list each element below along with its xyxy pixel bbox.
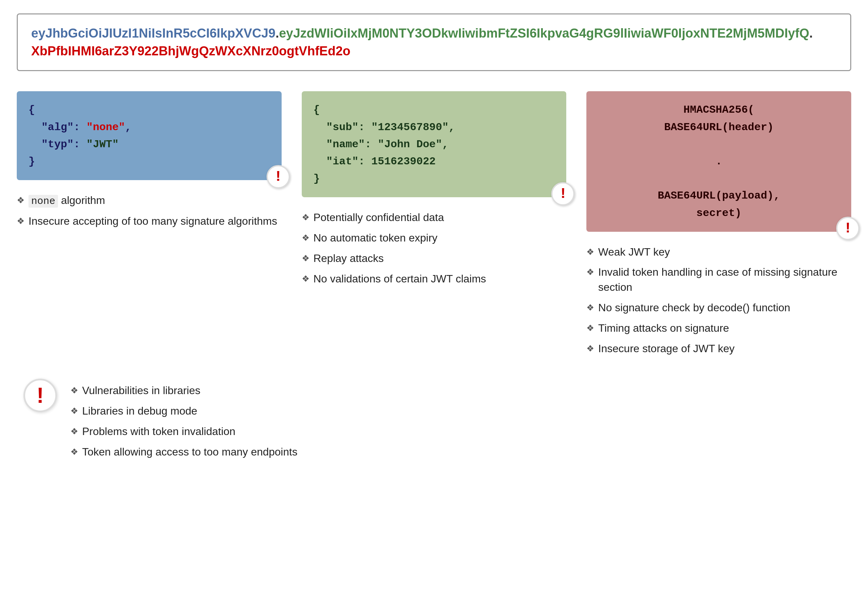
payload-column: { "sub": "1234567890", "name": "John Doe… — [302, 91, 567, 289]
signature-column: HMACSHA256( BASE64URL(header) . BASE64UR… — [586, 91, 851, 358]
header-exclaim-badge: ! — [267, 165, 290, 188]
diamond-icon-11: ❖ — [586, 342, 594, 355]
sig-bullet-1: ❖ Weak JWT key — [586, 242, 851, 262]
sig-line4: BASE64URL(payload), — [658, 189, 780, 202]
header-typ-key: "typ": — [28, 138, 87, 151]
header-typ-value: "JWT" — [87, 138, 119, 151]
payload-line1: { — [313, 104, 320, 116]
diamond-icon-3: ❖ — [302, 211, 310, 223]
sig-bullet-4: ❖ Timing attacks on signature — [586, 318, 851, 339]
bottom-bullet-list: ❖ Vulnerabilities in libraries ❖ Librari… — [71, 380, 297, 462]
payload-bullet-list: ❖ Potentially confidential data ❖ No aut… — [302, 207, 567, 289]
signature-code-box: HMACSHA256( BASE64URL(header) . BASE64UR… — [586, 91, 851, 231]
sig-bullet-2: ❖ Invalid token handling in case of miss… — [586, 262, 851, 297]
diamond-icon-8: ❖ — [586, 266, 594, 278]
bottom-bullet-4: ❖ Token allowing access to too many endp… — [71, 442, 297, 462]
header-bullet-2: ❖ Insecure accepting of too many signatu… — [17, 211, 282, 231]
payload-line2: "sub": "1234567890", — [313, 121, 455, 133]
diamond-icon-4: ❖ — [302, 232, 310, 244]
jwt-dot1: . — [276, 26, 279, 40]
diamond-icon-7: ❖ — [586, 246, 594, 258]
diamond-icon-1: ❖ — [17, 194, 25, 206]
diamond-icon-15: ❖ — [71, 446, 78, 458]
signature-exclaim-badge: ! — [836, 217, 860, 240]
bottom-row: ! ❖ Vulnerabilities in libraries ❖ Libra… — [17, 375, 851, 462]
bottom-exclaim-icon: ! — [24, 379, 57, 412]
jwt-token-display: eyJhbGciOiJIUzI1NiIsInR5cCI6IkpXVCJ9.eyJ… — [17, 13, 851, 71]
sig-line1: HMACSHA256( — [683, 104, 754, 116]
payload-line5: } — [313, 172, 320, 185]
diamond-icon-12: ❖ — [71, 384, 78, 397]
header-code-box: { "alg": "none", "typ": "JWT" } ! — [17, 91, 282, 180]
jwt-header: eyJhbGciOiJIUzI1NiIsInR5cCI6IkpXVCJ9 — [31, 26, 276, 40]
sig-line2: BASE64URL(header) — [664, 121, 774, 133]
header-alg-value: "none" — [87, 121, 125, 133]
payload-bullet-2: ❖ No automatic token expiry — [302, 228, 567, 248]
bottom-bullet-2: ❖ Libraries in debug mode — [71, 401, 297, 421]
diamond-icon-2: ❖ — [17, 215, 25, 227]
payload-line3: "name": "John Doe", — [313, 138, 449, 151]
sig-bullet-3: ❖ No signature check by decode() functio… — [586, 297, 851, 318]
jwt-payload: eyJzdWIiOiIxMjM0NTY3ODkwIiwibmFtZSI6Ikpv… — [279, 26, 809, 40]
header-bullet-list: ❖ none algorithm ❖ Insecure accepting of… — [17, 190, 282, 231]
diamond-icon-6: ❖ — [302, 273, 310, 285]
sig-line3: . — [716, 155, 722, 168]
bottom-bullet-1: ❖ Vulnerabilities in libraries — [71, 380, 297, 401]
diamond-icon-13: ❖ — [71, 405, 78, 417]
header-column: { "alg": "none", "typ": "JWT" } ! ❖ none… — [17, 91, 282, 231]
diamond-icon-10: ❖ — [586, 322, 594, 334]
payload-code-box: { "sub": "1234567890", "name": "John Doe… — [302, 91, 567, 197]
payload-bullet-1: ❖ Potentially confidential data — [302, 207, 567, 228]
header-alg-key: "alg": — [28, 121, 87, 133]
none-code: none — [28, 195, 58, 208]
diamond-icon-14: ❖ — [71, 425, 78, 437]
payload-exclaim-badge: ! — [551, 182, 575, 206]
payload-line4: "iat": 1516239022 — [313, 155, 436, 168]
jwt-signature: XbPfbIHMI6arZ3Y922BhjWgQzWXcXNrz0ogtVhfE… — [31, 44, 350, 58]
bottom-bullet-3: ❖ Problems with token invalidation — [71, 421, 297, 442]
signature-bullet-list: ❖ Weak JWT key ❖ Invalid token handling … — [586, 242, 851, 359]
three-columns: { "alg": "none", "typ": "JWT" } ! ❖ none… — [17, 91, 851, 358]
sig-bullet-5: ❖ Insecure storage of JWT key — [586, 339, 851, 359]
header-line4: } — [28, 155, 35, 168]
jwt-dot2: . — [809, 26, 813, 40]
header-bullet-1: ❖ none algorithm — [17, 190, 282, 211]
header-line1: { — [28, 104, 35, 116]
payload-bullet-3: ❖ Replay attacks — [302, 248, 567, 269]
diamond-icon-9: ❖ — [586, 302, 594, 314]
sig-line5: secret) — [696, 207, 741, 219]
diamond-icon-5: ❖ — [302, 252, 310, 264]
payload-bullet-4: ❖ No validations of certain JWT claims — [302, 269, 567, 289]
